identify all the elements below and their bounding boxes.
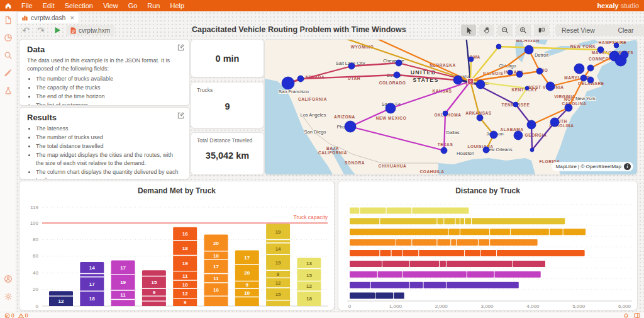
menu-go[interactable]: Go	[123, 0, 143, 11]
map-stop[interactable]	[476, 80, 485, 89]
demand-chart: 0204060801001191218171411191791591210111…	[19, 181, 333, 309]
map-stop[interactable]	[513, 102, 518, 107]
pan-tool-button[interactable]	[479, 25, 494, 36]
menu-selection[interactable]: Selection	[60, 0, 98, 11]
map-stop[interactable]	[587, 65, 594, 71]
menu-edit[interactable]: Edit	[38, 0, 60, 11]
edit-icon[interactable]	[177, 44, 184, 51]
state-label: NEW YORK	[570, 44, 596, 48]
map-stop[interactable]	[443, 111, 448, 116]
layout-tool-button[interactable]	[534, 25, 549, 36]
warning-count: 0	[25, 312, 28, 318]
route-map[interactable]: WYOMINGNEBRASKANEVADAUTAHCOLORADOKANSASC…	[264, 39, 638, 175]
lateness-value: 0 min	[191, 54, 264, 64]
map-stop[interactable]	[525, 86, 529, 90]
menu-help[interactable]: Help	[165, 0, 190, 11]
account-button[interactable]	[0, 270, 16, 288]
map-stop[interactable]	[574, 64, 584, 74]
panel-layout-icon[interactable]	[634, 312, 640, 318]
map-stop[interactable]	[496, 44, 501, 49]
map-stop[interactable]	[550, 118, 559, 127]
map-stop[interactable]	[527, 120, 536, 129]
menu-file[interactable]: File	[16, 0, 38, 11]
reset-view-button[interactable]: Reset View	[555, 25, 601, 36]
tab-label: cvrptw.dash	[31, 14, 65, 21]
dash-toolbar: ↶ ↷ cvrptw.hxm Capacitated Vehicle Routi…	[16, 24, 644, 38]
map-stop[interactable]	[597, 47, 604, 53]
map-stop[interactable]	[508, 70, 513, 75]
map-stop[interactable]	[514, 131, 523, 140]
map-stop[interactable]	[469, 57, 474, 62]
close-icon[interactable]: ×	[70, 14, 74, 21]
map-stop[interactable]	[441, 147, 447, 154]
map-stop[interactable]	[297, 76, 304, 82]
workspace: cvrptw.dash × ↶ ↷ cvrptw.hxm Capacitated…	[16, 11, 644, 312]
undo-button[interactable]: ↶	[19, 24, 32, 37]
svg-text:2,000: 2,000	[435, 304, 448, 309]
map-stop[interactable]	[490, 131, 497, 139]
menubar: FileEditSelectionViewGoRunHelp hexalystu…	[0, 0, 644, 11]
map-stop[interactable]	[614, 43, 619, 48]
home-button[interactable]	[0, 2, 16, 9]
state-label: CALIFORNIA	[298, 97, 327, 101]
sidebar-item-dashboards[interactable]	[0, 29, 16, 47]
redo-button[interactable]: ↷	[35, 24, 47, 37]
map-stop[interactable]	[525, 45, 533, 54]
sidebar-item-run-debug[interactable]	[0, 82, 16, 99]
zoom-out-button[interactable]	[497, 25, 513, 36]
map-canvas[interactable]: WYOMINGNEBRASKANEVADAUTAHCOLORADOKANSASC…	[265, 40, 637, 174]
svg-text:17: 17	[213, 264, 219, 270]
map-stop[interactable]	[587, 77, 594, 83]
distance-chart-title: Distance by Truck	[338, 186, 637, 195]
map-stop[interactable]	[396, 60, 402, 66]
sidebar-item-files[interactable]	[0, 11, 16, 29]
map-stop[interactable]	[348, 63, 355, 69]
map-stop[interactable]	[580, 75, 587, 81]
model-file-chip[interactable]: cvrptw.hxm	[66, 25, 114, 35]
info-icon[interactable]: i	[624, 163, 631, 170]
map-stop[interactable]	[453, 76, 462, 84]
map-stop[interactable]	[530, 148, 534, 152]
distance-bar-truck-3	[350, 271, 541, 278]
pan-hand-icon	[483, 26, 491, 34]
settings-button[interactable]	[0, 288, 16, 305]
demand-chart-card: Demand Met by Truck 02040608010011912181…	[19, 181, 335, 310]
svg-text:14: 14	[275, 246, 281, 252]
sidebar-item-edit-tools[interactable]	[0, 64, 16, 82]
edit-icon[interactable]	[177, 112, 184, 119]
map-stop[interactable]	[546, 82, 555, 91]
map-stop[interactable]	[394, 72, 400, 78]
select-tool-button[interactable]	[461, 25, 476, 36]
distance-bar-truck-6	[350, 239, 538, 246]
map-stop[interactable]	[282, 77, 294, 89]
map-stop[interactable]	[565, 104, 572, 111]
map-stop[interactable]	[483, 147, 489, 153]
city-label: Houston	[457, 150, 474, 156]
svg-text:0: 0	[348, 304, 352, 309]
distance-bar-truck-9	[350, 207, 469, 213]
dashboard-icon	[22, 15, 28, 21]
map-stop[interactable]	[345, 121, 356, 132]
page-title: Capacitated Vehicle Routing Problem with…	[192, 25, 406, 34]
zoom-in-button[interactable]	[516, 25, 531, 36]
country-label: UNITED	[411, 69, 436, 76]
warning-icon	[18, 313, 24, 318]
problems-indicator[interactable]: 0 0	[4, 312, 28, 318]
file-icon	[4, 16, 13, 25]
svg-text:12: 12	[58, 298, 64, 304]
map-stop[interactable]	[621, 51, 628, 59]
run-button[interactable]	[51, 24, 64, 37]
menu-run[interactable]: Run	[142, 0, 165, 11]
menu-view[interactable]: View	[98, 0, 123, 11]
state-label: ARIZONA	[334, 115, 355, 119]
map-stop[interactable]	[386, 103, 396, 113]
tab-cvrptw-dash[interactable]: cvrptw.dash ×	[17, 11, 79, 23]
distance-chart: 01,0002,0003,0004,0005,0006,000	[338, 181, 636, 309]
map-stop[interactable]	[536, 68, 543, 74]
clear-data-button[interactable]: Clear Data	[608, 25, 644, 36]
bell-icon[interactable]	[623, 312, 629, 318]
map-stop[interactable]	[516, 71, 523, 77]
map-stop[interactable]	[477, 115, 483, 121]
lateness-card: 0 min	[191, 39, 264, 77]
sidebar-item-search[interactable]	[0, 47, 16, 64]
